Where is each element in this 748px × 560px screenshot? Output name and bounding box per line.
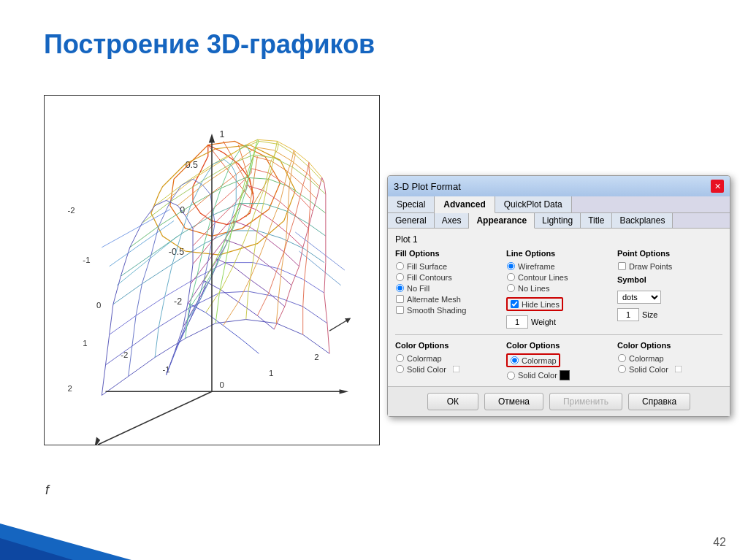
weight-label: Weight [531,318,556,326]
symbol-select[interactable]: dots circles squares [617,291,661,304]
line-color-swatch [560,370,570,380]
point-colormap-radio[interactable] [618,354,626,362]
tab-appearance[interactable]: Appearance [469,213,535,229]
point-color-header: Color Options [617,341,722,350]
svg-line-22 [110,220,174,266]
ok-button[interactable]: ОК [427,393,478,410]
fill-colormap-option[interactable]: Colormap [395,353,500,363]
point-solidcolor-checkbox[interactable] [674,366,682,373]
svg-marker-29 [209,134,215,142]
point-options-header: Point Options [617,249,722,258]
line-colormap-option[interactable]: Colormap [510,356,557,365]
fill-solidcolor-option[interactable]: Solid Color [395,364,500,374]
contour-lines-option[interactable]: Contour Lines [506,272,611,282]
tab-row-1: Special Advanced QuickPlot Data [388,196,730,213]
fill-options-header: Fill Options [395,249,500,258]
smooth-shading-checkbox[interactable] [396,306,404,314]
smooth-shading-option[interactable]: Smooth Shading [395,305,500,315]
wireframe-radio[interactable] [507,262,515,270]
plot-format-dialog: 3-D Plot Format ✕ Special Advanced Quick… [387,175,730,417]
help-button[interactable]: Справка [628,393,690,410]
fill-color-header: Color Options [395,341,500,350]
tab-quickplot[interactable]: QuickPlot Data [495,196,572,212]
fill-solidcolor-radio[interactable] [396,365,404,373]
fill-colormap-radio[interactable] [396,354,404,362]
size-row: Size [617,308,722,321]
3d-plot-area: 1 0.5 0 -0.5 -2 -2 -1 0 1 2 2 1 0 -1 -2 [44,95,380,445]
no-fill-radio[interactable] [396,284,404,292]
svg-text:0: 0 [219,380,224,389]
tab-general[interactable]: General [388,213,435,228]
line-colormap-outlined: Colormap [506,353,560,367]
contour-lines-radio[interactable] [507,273,515,281]
fill-color-options: Color Options Colormap Solid Color [395,341,500,380]
alternate-mesh-option[interactable]: Alternate Mesh [395,294,500,304]
fill-surface-radio[interactable] [396,262,404,270]
no-lines-option[interactable]: No Lines [506,283,611,293]
no-lines-radio[interactable] [507,284,515,292]
line-options-col: Line Options Wireframe Contour Lines No … [506,249,611,329]
svg-text:1: 1 [219,129,224,139]
tab-title[interactable]: Title [581,213,612,228]
symbol-dropdown: dots circles squares [617,291,722,304]
svg-text:1: 1 [83,339,87,348]
tab-lighting[interactable]: Lighting [535,213,581,228]
line-color-header: Color Options [506,341,611,350]
alternate-mesh-checkbox[interactable] [396,295,404,303]
svg-text:1: 1 [269,369,273,377]
fill-contours-radio[interactable] [396,273,404,281]
line-solidcolor-option[interactable]: Solid Color [506,370,611,380]
svg-text:-2: -2 [68,206,75,215]
fill-solidcolor-checkbox[interactable] [452,366,459,373]
line-color-options: Color Options Colormap Solid Color [506,341,611,380]
point-color-options: Color Options Colormap Solid Color [617,341,722,380]
line-solidcolor-radio[interactable] [507,371,515,379]
tab-advanced[interactable]: Advanced [435,196,495,213]
bottom-label: f [45,483,49,498]
svg-text:2: 2 [314,353,318,361]
dialog-titlebar: 3-D Plot Format ✕ [388,176,730,196]
draw-points-option[interactable]: Draw Points [617,261,722,271]
fill-surface-option[interactable]: Fill Surface [395,261,500,271]
weight-input[interactable] [506,315,528,329]
separator [395,334,722,335]
dialog-body: Plot 1 Fill Options Fill Surface Fill Co… [388,229,730,386]
svg-text:2: 2 [68,384,72,393]
dialog-close-button[interactable]: ✕ [711,180,724,193]
svg-text:-2: -2 [174,296,182,307]
point-solidcolor-option[interactable]: Solid Color [617,364,722,374]
size-label: Size [642,310,657,319]
svg-line-28 [98,391,212,445]
hide-lines-outlined: Hide Lines [506,297,563,311]
line-colormap-radio[interactable] [511,356,519,364]
svg-line-21 [102,210,170,248]
page-number: 42 [713,536,726,549]
point-solidcolor-radio[interactable] [618,365,626,373]
tab-axes[interactable]: Axes [435,213,470,228]
draw-points-checkbox[interactable] [618,262,626,270]
dialog-button-row: ОК Отмена Применить Справка [388,386,730,416]
options-grid: Fill Options Fill Surface Fill Contours … [395,249,722,329]
apply-button[interactable]: Применить [549,393,622,410]
dialog-title: 3-D Plot Format [394,181,461,192]
size-input[interactable] [617,308,639,321]
hide-lines-option[interactable]: Hide Lines [510,299,560,309]
weight-row: Weight [506,315,611,329]
point-options-col: Point Options Draw Points Symbol dots ci… [617,249,722,329]
tab-special[interactable]: Special [388,196,435,212]
no-fill-option[interactable]: No Fill [395,283,500,293]
svg-line-15 [329,320,348,331]
svg-text:-1: -1 [83,256,90,264]
plot-label: Plot 1 [395,234,722,245]
wireframe-option[interactable]: Wireframe [506,261,611,271]
cancel-button[interactable]: Отмена [484,393,543,410]
point-colormap-option[interactable]: Colormap [617,353,722,363]
tab-backplanes[interactable]: Backplanes [612,213,673,228]
symbol-label: Symbol [617,275,722,284]
fill-contours-option[interactable]: Fill Contours [395,272,500,282]
tab-row-2: General Axes Appearance Lighting Title B… [388,213,730,229]
slide-title: Построение 3D-графиков [44,29,375,60]
svg-text:-1: -1 [162,365,169,374]
line-options-header: Line Options [506,249,611,258]
hide-lines-checkbox[interactable] [511,300,519,308]
